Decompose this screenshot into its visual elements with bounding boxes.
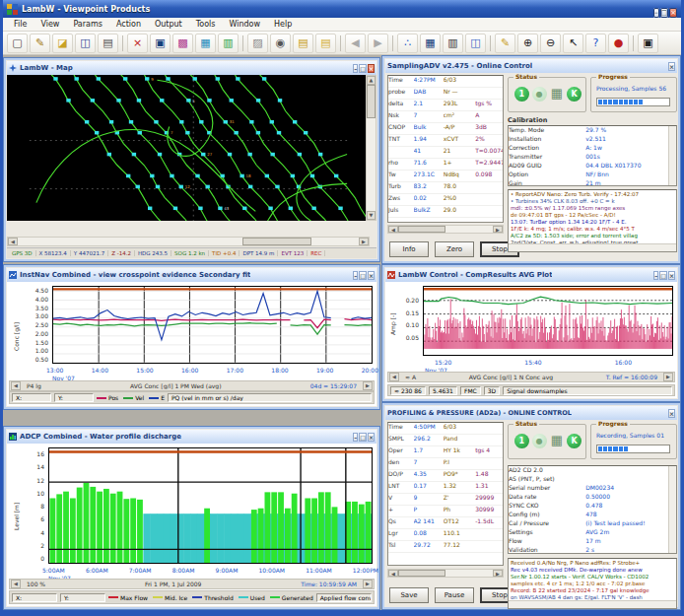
menu-window[interactable]: Window xyxy=(222,20,267,29)
scroll-right-button[interactable]: ▶ xyxy=(663,373,673,381)
restore-button[interactable]: □ xyxy=(359,64,367,73)
scroll-thumb[interactable] xyxy=(398,226,445,233)
minimize-button[interactable]: – xyxy=(353,64,358,73)
menu-file[interactable]: File xyxy=(7,20,34,29)
profiler-measurement-list[interactable]: Time4:50PM6/03SMPL296.2PandOper1.7HY 1kt… xyxy=(387,422,504,566)
image-icon[interactable]: ▨ xyxy=(247,34,268,53)
ts-plot-area[interactable] xyxy=(52,286,373,364)
maximize-button[interactable]: □ xyxy=(660,8,669,18)
export-icon[interactable]: ◫ xyxy=(465,34,486,53)
save-icon[interactable]: ◫ xyxy=(75,34,96,53)
bar-plot-area[interactable] xyxy=(48,447,373,564)
scroll-right-button[interactable]: ▶ xyxy=(359,238,369,245)
menu-view[interactable]: View xyxy=(34,20,66,29)
scroll-thumb[interactable] xyxy=(367,85,376,118)
report-alt-icon[interactable]: ▤ xyxy=(315,34,336,53)
gauge-icon[interactable]: ● xyxy=(608,34,629,53)
ts-window-titlebar[interactable]: InstNav Combined - view crosspoint evide… xyxy=(7,268,376,282)
bar-scroll-row[interactable]: ◀ 100 % Fri 1 PM, 1 Jul 2009 Time: 10:59… xyxy=(9,579,375,589)
scroll-left-button[interactable]: ◀ xyxy=(388,570,398,577)
monitor-icon[interactable]: ▣ xyxy=(150,34,171,53)
avg-window-titlebar[interactable]: LambW Control - CompResults AVG Plot –□× xyxy=(385,268,677,282)
scroll-up-button[interactable]: ▲ xyxy=(367,76,376,85)
map-vertical-scrollbar[interactable]: ▲ ▼ xyxy=(366,75,376,221)
new-file-icon[interactable]: ▢ xyxy=(7,34,28,53)
scroll-left-button[interactable]: ◀ xyxy=(11,580,21,588)
pointer-icon[interactable]: ↖ xyxy=(563,34,583,53)
close-button[interactable]: × xyxy=(368,271,375,280)
menu-help[interactable]: Help xyxy=(267,20,299,29)
camera-icon[interactable]: ◉ xyxy=(270,34,291,53)
close-button[interactable]: × xyxy=(668,409,675,418)
avg-plot-area[interactable] xyxy=(423,286,673,356)
zero-button[interactable]: Zero xyxy=(435,241,474,257)
adv-log-box[interactable]: • ReportADV Nano: Zero Turb. Verify - 17… xyxy=(508,189,677,252)
minimize-button[interactable]: – xyxy=(653,271,658,280)
restore-button[interactable]: □ xyxy=(659,271,667,280)
save-button[interactable]: Save xyxy=(389,587,429,603)
scroll-left-button[interactable]: ◀ xyxy=(388,226,398,233)
map-window-titlebar[interactable]: LambW - Map –□× xyxy=(7,61,376,75)
scroll-down-button[interactable]: ▼ xyxy=(367,211,376,220)
palette-icon[interactable]: ▩ xyxy=(172,34,193,53)
chart-icon[interactable]: ▥ xyxy=(218,34,239,53)
adv-panel-titlebar[interactable]: SamplingADV v2.475 - Online Control × xyxy=(385,59,677,73)
close-button[interactable]: × xyxy=(368,433,375,442)
profile-icon[interactable]: ▦ xyxy=(420,34,441,53)
adv-measurement-list[interactable]: Time4:27PM6/03probeDABNr —delta2.1293Ltg… xyxy=(387,75,504,223)
zoom-out-icon[interactable]: ⊖ xyxy=(540,34,561,53)
matrix-icon[interactable]: ▥ xyxy=(443,34,463,53)
print-icon[interactable]: ▤ xyxy=(98,34,118,53)
scroll-left-button[interactable]: ◀ xyxy=(8,238,18,245)
scroll-thumb[interactable] xyxy=(242,238,311,245)
scroll-right-button[interactable]: ▶ xyxy=(363,580,373,588)
menu-params[interactable]: Params xyxy=(66,20,109,29)
menu-action[interactable]: Action xyxy=(109,20,148,29)
open-folder-icon[interactable]: ◪ xyxy=(52,34,73,53)
restore-button[interactable]: □ xyxy=(359,433,367,442)
menu-output[interactable]: Output xyxy=(148,20,189,29)
calibration-list[interactable]: Temp. Mode29.7 %Installationv2.511Correc… xyxy=(508,125,677,186)
scatter-icon[interactable]: ∴ xyxy=(397,34,418,53)
profiler-properties-list[interactable]: AD2 CD 2.0AS (PNT, P, set)Serial numberD… xyxy=(508,465,677,554)
scroll-left-button[interactable]: ◀ xyxy=(11,381,21,390)
scroll-left-button[interactable]: ◀ xyxy=(389,373,399,381)
pause-button[interactable]: Pause xyxy=(435,587,474,603)
draw-icon[interactable]: ✎ xyxy=(495,34,515,53)
bar-window-titlebar[interactable]: ADCP Combined - Water profile discharge … xyxy=(7,430,376,444)
profiler-list-scrollbar[interactable]: ◀ ▶ xyxy=(387,569,504,578)
map-horizontal-scrollbar[interactable]: ◀ ▶ xyxy=(7,237,370,246)
restore-button[interactable]: □ xyxy=(359,271,367,280)
profiler-log-box[interactable]: Received 0.A/No Nrg, P Nano adfRes: P St… xyxy=(508,558,677,609)
close-button[interactable]: × xyxy=(668,271,675,280)
minimize-button[interactable]: – xyxy=(653,8,659,18)
scroll-thumb[interactable] xyxy=(398,570,445,577)
map-canvas[interactable]: 1274392751831 xyxy=(7,75,370,221)
log-scrollbar[interactable] xyxy=(509,243,676,251)
back-icon[interactable]: ◀ xyxy=(345,34,366,53)
info-button[interactable]: Info xyxy=(389,241,429,257)
scroll-right-button[interactable]: ▶ xyxy=(363,381,373,390)
menu-tools[interactable]: Tools xyxy=(189,20,223,29)
avg-scroll-row[interactable]: ◀ ≈ A AVG Conc [g/l] 1 N Conc avg T. Ref… xyxy=(387,372,675,382)
forward-icon[interactable]: ▶ xyxy=(368,34,388,53)
close-button[interactable]: × xyxy=(669,8,677,18)
monitor-dark-icon[interactable]: ▣ xyxy=(638,34,658,53)
minimize-button[interactable]: – xyxy=(353,271,358,280)
properties-scrollbar[interactable] xyxy=(668,466,676,553)
close-button[interactable]: × xyxy=(668,62,675,71)
profiler-panel-titlebar[interactable]: PROFILING & PRESSURE (AD2a) - ONLINE CON… xyxy=(385,406,677,420)
scroll-right-button[interactable]: ▶ xyxy=(493,570,503,577)
edit-note-icon[interactable]: ✎ xyxy=(30,34,50,53)
zoom-in-icon[interactable]: ⊕ xyxy=(517,34,538,53)
log-scrollbar[interactable] xyxy=(509,600,676,608)
minimize-button[interactable]: – xyxy=(353,433,358,442)
delete-icon[interactable]: × xyxy=(127,34,148,53)
adv-list-scrollbar[interactable]: ◀ ▶ xyxy=(387,225,504,234)
close-button[interactable]: × xyxy=(368,64,375,73)
report-icon[interactable]: ▤ xyxy=(293,34,313,53)
ts-scroll-row[interactable]: ◀ P4 lg AVG Conc [g/l] 1 PM Wed (avg) 04… xyxy=(9,380,375,391)
calibration-scrollbar[interactable] xyxy=(668,126,676,185)
layout-grid-icon[interactable]: ▦ xyxy=(195,34,216,53)
scroll-right-button[interactable]: ▶ xyxy=(493,226,503,233)
